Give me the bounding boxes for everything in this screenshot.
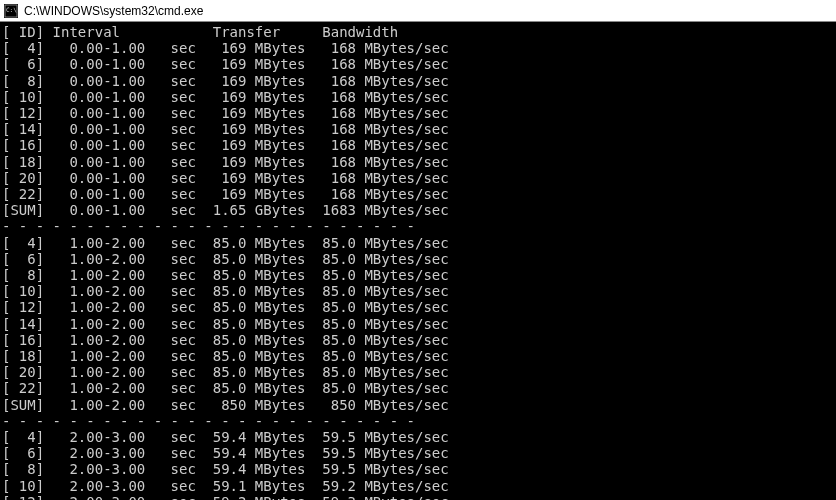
data-row: [SUM] 0.00-1.00 sec 1.65 GBytes 1683 MBy… <box>2 202 834 218</box>
data-row: [ 8] 2.00-3.00 sec 59.4 MBytes 59.5 MByt… <box>2 461 834 477</box>
data-row: [ 18] 0.00-1.00 sec 169 MBytes 168 MByte… <box>2 154 834 170</box>
data-row: [ 10] 0.00-1.00 sec 169 MBytes 168 MByte… <box>2 89 834 105</box>
data-row: [ 10] 2.00-3.00 sec 59.1 MBytes 59.2 MBy… <box>2 478 834 494</box>
data-row: [ 14] 1.00-2.00 sec 85.0 MBytes 85.0 MBy… <box>2 316 834 332</box>
window-title: C:\WINDOWS\system32\cmd.exe <box>24 4 203 18</box>
data-row: [ 20] 0.00-1.00 sec 169 MBytes 168 MByte… <box>2 170 834 186</box>
data-row: [ 10] 1.00-2.00 sec 85.0 MBytes 85.0 MBy… <box>2 283 834 299</box>
data-row: [ 6] 0.00-1.00 sec 169 MBytes 168 MBytes… <box>2 56 834 72</box>
data-row: [ 22] 1.00-2.00 sec 85.0 MBytes 85.0 MBy… <box>2 380 834 396</box>
header-row: [ ID] Interval Transfer Bandwidth <box>2 24 834 40</box>
data-row: [ 4] 0.00-1.00 sec 169 MBytes 168 MBytes… <box>2 40 834 56</box>
data-row: [ 4] 1.00-2.00 sec 85.0 MBytes 85.0 MByt… <box>2 235 834 251</box>
terminal-output[interactable]: [ ID] Interval Transfer Bandwidth[ 4] 0.… <box>0 22 836 500</box>
data-row: [ 14] 0.00-1.00 sec 169 MBytes 168 MByte… <box>2 121 834 137</box>
separator-row: - - - - - - - - - - - - - - - - - - - - … <box>2 413 834 429</box>
cmd-icon: C:\ <box>4 4 18 18</box>
data-row: [ 20] 1.00-2.00 sec 85.0 MBytes 85.0 MBy… <box>2 364 834 380</box>
data-row: [ 8] 1.00-2.00 sec 85.0 MBytes 85.0 MByt… <box>2 267 834 283</box>
data-row: [ 8] 0.00-1.00 sec 169 MBytes 168 MBytes… <box>2 73 834 89</box>
data-row: [ 16] 0.00-1.00 sec 169 MBytes 168 MByte… <box>2 137 834 153</box>
svg-text:C:\: C:\ <box>6 6 17 13</box>
data-row: [ 12] 0.00-1.00 sec 169 MBytes 168 MByte… <box>2 105 834 121</box>
data-row: [ 6] 2.00-3.00 sec 59.4 MBytes 59.5 MByt… <box>2 445 834 461</box>
data-row: [ 6] 1.00-2.00 sec 85.0 MBytes 85.0 MByt… <box>2 251 834 267</box>
data-row: [ 12] 1.00-2.00 sec 85.0 MBytes 85.0 MBy… <box>2 299 834 315</box>
data-row: [ 22] 0.00-1.00 sec 169 MBytes 168 MByte… <box>2 186 834 202</box>
data-row: [SUM] 1.00-2.00 sec 850 MBytes 850 MByte… <box>2 397 834 413</box>
window-titlebar: C:\ C:\WINDOWS\system32\cmd.exe <box>0 0 836 22</box>
data-row: [ 18] 1.00-2.00 sec 85.0 MBytes 85.0 MBy… <box>2 348 834 364</box>
data-row: [ 4] 2.00-3.00 sec 59.4 MBytes 59.5 MByt… <box>2 429 834 445</box>
data-row: [ 16] 1.00-2.00 sec 85.0 MBytes 85.0 MBy… <box>2 332 834 348</box>
separator-row: - - - - - - - - - - - - - - - - - - - - … <box>2 218 834 234</box>
data-row: [ 12] 2.00-3.00 sec 59.2 MBytes 59.3 MBy… <box>2 494 834 500</box>
